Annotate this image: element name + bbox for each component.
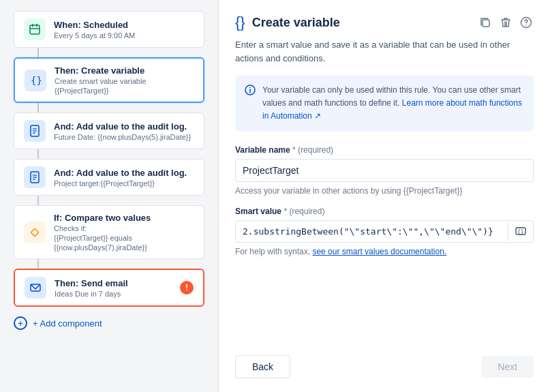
- flow-item-text-when-scheduled: When: Scheduled Every 5 days at 9:00 AM: [54, 20, 194, 40]
- connector-3: [37, 149, 39, 159]
- variable-name-hint: Access your variable in other actions by…: [235, 186, 534, 196]
- flow-item-title-audit-2: And: Add value to the audit log.: [54, 168, 194, 178]
- smart-value-label: Smart value * (required): [235, 207, 534, 216]
- panel-description: Enter a smart value and save it as a var…: [235, 38, 534, 65]
- connector-1: [37, 48, 39, 57]
- info-icon: [245, 85, 256, 123]
- svg-point-20: [249, 87, 251, 89]
- left-panel: When: Scheduled Every 5 days at 9:00 AM …: [0, 0, 218, 392]
- svg-rect-0: [30, 25, 40, 34]
- panel-header: {} Create variable: [235, 14, 534, 31]
- connector-5: [37, 259, 39, 269]
- smart-value-input[interactable]: [236, 221, 508, 242]
- flow-item-audit-1[interactable]: And: Add value to the audit log. Future …: [14, 112, 204, 149]
- diamond-icon: [24, 222, 46, 243]
- header-actions: [478, 15, 534, 30]
- flow-item-sub-when: Every 5 days at 9:00 AM: [54, 31, 194, 40]
- smart-value-insert-button[interactable]: {}: [508, 222, 533, 241]
- smart-value-help: For help with syntax, see our smart valu…: [235, 247, 534, 256]
- svg-rect-15: [483, 20, 489, 27]
- copy-button[interactable]: [478, 15, 493, 30]
- flow-item-title-if-compare: If: Compare two values: [54, 213, 194, 223]
- flow-item-sub-if-3: {{now.plusDays(7).jiraDate}}: [54, 243, 194, 252]
- delete-button[interactable]: [498, 15, 513, 30]
- footer-actions: Back Next: [235, 348, 534, 378]
- flow-item-sub-create-var-1: Create smart value variable: [55, 77, 194, 85]
- right-panel: {} Create variable: [218, 0, 550, 392]
- flow-item-title-create-var: Then: Create variable: [55, 65, 194, 76]
- connector-4: [37, 196, 39, 205]
- back-button[interactable]: Back: [235, 355, 290, 378]
- panel-title: Create variable: [252, 16, 471, 30]
- svg-point-17: [525, 25, 527, 26]
- flow-item-if-compare[interactable]: If: Compare two values Checks if: {{Proj…: [14, 205, 204, 259]
- flow-item-send-email[interactable]: Then: Send email Ideas Due in 7 days !: [14, 269, 204, 307]
- help-button[interactable]: [519, 15, 534, 30]
- doc-icon-2: [24, 166, 46, 188]
- flow-item-audit-2[interactable]: And: Add value to the audit log. Project…: [14, 159, 204, 196]
- add-component-label: + Add component: [33, 318, 102, 329]
- flow-item-sub-if-1: Checks if:: [54, 224, 194, 232]
- smart-value-wrapper: {}: [235, 220, 534, 243]
- flow-item-sub-if-2: {{ProjectTarget}} equals: [54, 234, 194, 242]
- create-variable-header-icon: {}: [235, 14, 245, 31]
- flow-item-title-when: When: Scheduled: [54, 20, 194, 30]
- add-component-button[interactable]: + + Add component: [14, 310, 204, 337]
- info-box: Your variable can only be used within th…: [235, 76, 534, 132]
- flow-item-text-send-email: Then: Send email Ideas Due in 7 days: [55, 278, 172, 298]
- variable-name-input[interactable]: [235, 159, 534, 182]
- info-box-text: Your variable can only be used within th…: [262, 84, 524, 123]
- connector-2: [37, 103, 39, 112]
- next-button: Next: [481, 356, 534, 378]
- flow-item-sub-audit-1: Future Date: {{now.plusDays(5).jiraDate}…: [54, 133, 194, 141]
- calendar-icon: [24, 18, 46, 40]
- flow-item-text-audit-2: And: Add value to the audit log. Project…: [54, 168, 194, 187]
- svg-text:{}: {}: [517, 229, 524, 235]
- flow-item-title-audit-1: And: Add value to the audit log.: [54, 121, 194, 132]
- error-badge: !: [180, 281, 194, 295]
- braces-icon: {}: [25, 70, 46, 91]
- svg-text:{}: {}: [31, 75, 42, 86]
- smart-values-doc-link[interactable]: see our smart values documentation.: [312, 247, 446, 256]
- flow-item-sub-create-var-2: {{ProjectTarget}}: [55, 87, 194, 95]
- plus-icon: +: [14, 316, 27, 330]
- flow-item-sub-audit-2: Project target:{{ProjectTarget}}: [54, 179, 194, 187]
- flow-item-sub-send-email: Ideas Due in 7 days: [55, 290, 172, 298]
- variable-name-label: Variable name * (required): [235, 145, 534, 155]
- flow-item-text-if-compare: If: Compare two values Checks if: {{Proj…: [54, 213, 194, 252]
- flow-item-text-create-var: Then: Create variable Create smart value…: [55, 65, 194, 95]
- email-icon: [25, 277, 46, 299]
- svg-rect-13: [31, 228, 38, 236]
- flow-item-text-audit-1: And: Add value to the audit log. Future …: [54, 121, 194, 141]
- flow-item-title-send-email: Then: Send email: [55, 278, 172, 288]
- flow-item-create-variable[interactable]: {} Then: Create variable Create smart va…: [14, 57, 204, 103]
- flow-item-when-scheduled[interactable]: When: Scheduled Every 5 days at 9:00 AM: [14, 11, 204, 48]
- doc-icon-1: [24, 120, 46, 142]
